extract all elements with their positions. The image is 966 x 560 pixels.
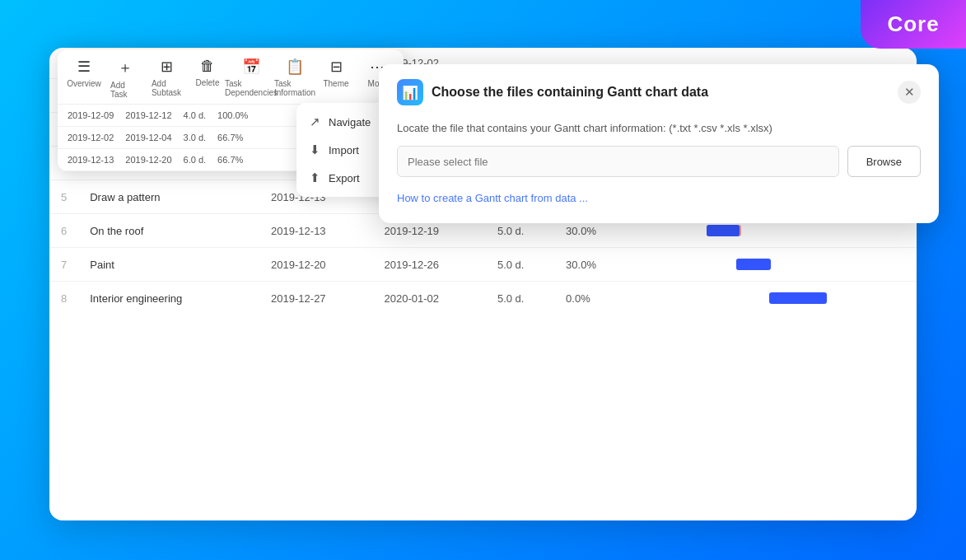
dialog-body: Locate the file that contains your Gantt… [379,117,939,223]
browse-button[interactable]: Browse [847,146,921,177]
dialog-header: 📊 Choose the files containing Gantt char… [379,64,939,117]
core-logo-text: Core [887,12,939,37]
progress: 30.0% [554,248,636,282]
dialog-description: Locate the file that contains your Gantt… [397,122,921,134]
row-number: 5 [49,180,78,214]
add-subtask-icon[interactable]: ⊞Add Subtask [152,58,181,97]
task-name: Draw a pattern [78,180,259,214]
duration: 5.0 d. [486,248,554,282]
start-date: 2019-12-27 [259,282,372,315]
end-date: 2019-12-26 [373,248,486,282]
add-task-icon[interactable]: ＋Add Task [110,58,140,99]
file-input-row: Browse [397,146,921,177]
navigate-icon: ↗ [310,114,320,129]
task-name: Interior engineering [78,282,259,315]
task-name: On the roof [78,214,259,248]
dialog-title: Choose the files containing Gantt chart … [432,85,889,100]
start-date: 2019-12-20 [259,248,372,282]
row-number: 7 [49,248,78,282]
task-name: Paint [78,248,259,282]
file-chooser-dialog: 📊 Choose the files containing Gantt char… [379,64,939,223]
help-link[interactable]: How to create a Gantt chart from data ..… [397,192,588,204]
gantt-bar-cell [636,248,917,282]
task-dependencies-icon[interactable]: 📅Task Dependencies [234,58,268,97]
row-number: 6 [49,214,78,248]
theme-icon[interactable]: ⊟Theme [321,58,351,88]
row-number: 8 [49,282,78,315]
duration: 5.0 d. [486,282,554,315]
task-information-icon[interactable]: 📋Task Information [280,58,310,97]
dialog-icon: 📊 [397,79,423,105]
table-row: 7 Paint 2019-12-20 2019-12-26 5.0 d. 30.… [49,248,917,282]
export-icon: ⬆ [310,170,320,185]
gantt-bar-cell [636,282,917,315]
overview-icon[interactable]: ☰Overview [69,58,99,88]
start-date: 2019-12-13 [259,214,372,248]
progress: 0.0% [554,282,636,315]
file-path-input[interactable] [397,146,839,177]
dialog-close-button[interactable]: ✕ [898,81,921,104]
end-date: 2020-01-02 [373,282,486,315]
toolbar-icons-row: ☰Overview＋Add Task⊞Add Subtask🗑Delete📅Ta… [58,49,404,105]
toolbar-window: ☰Overview＋Add Task⊞Add Subtask🗑Delete📅Ta… [58,49,404,171]
import-icon: ⬇ [310,142,320,157]
core-logo: Core [861,0,966,49]
table-row: 8 Interior engineering 2019-12-27 2020-0… [49,282,917,315]
delete-icon[interactable]: 🗑Delete [193,58,222,87]
